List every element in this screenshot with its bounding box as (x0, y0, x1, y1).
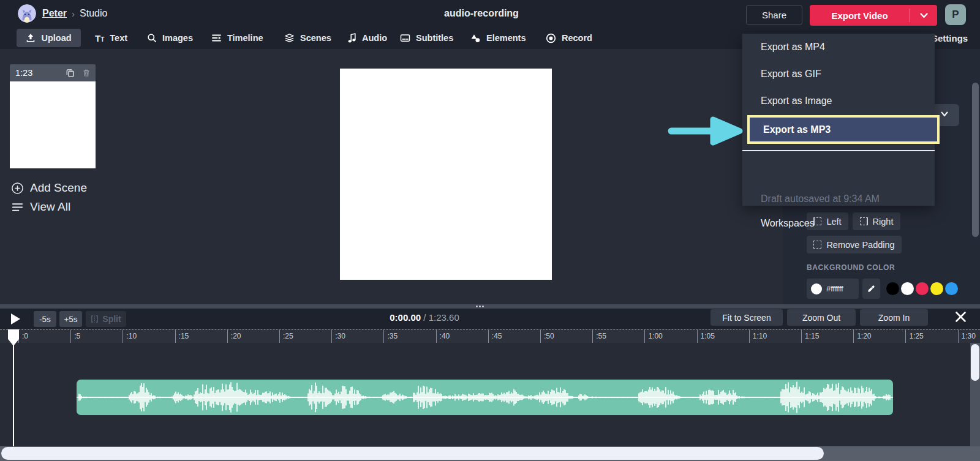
timeline-vertical-scrollbar-thumb[interactable] (971, 344, 979, 381)
chevron-down-icon[interactable] (910, 13, 937, 18)
export-video-button[interactable]: Export Video (810, 5, 937, 26)
menu-item-workspaces[interactable]: Workspaces (761, 214, 815, 233)
video-canvas[interactable] (340, 69, 552, 280)
color-swatch-row (886, 282, 958, 295)
toolbar-item-timeline[interactable]: Timeline (211, 29, 263, 47)
background-color-value-button[interactable]: #ffffff (807, 279, 859, 299)
scene-duration: 1:23 (15, 68, 32, 78)
split-icon (91, 315, 99, 323)
align-left-label: Left (826, 217, 841, 227)
toolbar-item-upload[interactable]: Upload (17, 29, 81, 47)
toolbar-item-label: Scenes (300, 33, 331, 43)
split-button: Split (86, 311, 126, 327)
audio-waveform-clip[interactable] (77, 380, 893, 415)
menu-item-export-image[interactable]: Export as Image (742, 88, 935, 114)
timeline-ruler[interactable]: :0:5:10:15:20:25:30:35:40:45:50:551:001:… (0, 329, 980, 343)
autosave-status: Draft autosaved at 9:34 AM (761, 190, 880, 208)
toolbar-item-label: Elements (486, 33, 526, 43)
toolbar-item-text[interactable]: TT Text (95, 29, 127, 47)
scene-thumbnail-preview[interactable] (10, 81, 96, 168)
toolbar-item-subtitles[interactable]: Subtitles (400, 29, 453, 47)
fit-to-screen-button[interactable]: Fit to Screen (710, 309, 783, 326)
split-label: Split (102, 314, 121, 324)
toolbar-item-scenes[interactable]: Scenes (284, 29, 331, 47)
user-avatar[interactable] (18, 4, 36, 23)
timeline-resize-handle[interactable] (0, 304, 980, 309)
toolbar-item-label: Audio (362, 33, 387, 43)
breadcrumb-separator-icon: › (72, 9, 75, 19)
text-icon: TT (95, 34, 104, 43)
toolbar-item-audio[interactable]: Audio (348, 29, 387, 47)
annotation-arrow-icon (665, 114, 748, 148)
elements-shapes-icon (470, 33, 481, 43)
search-icon (147, 33, 157, 43)
menu-item-export-gif[interactable]: Export as GIF (742, 61, 935, 88)
share-button[interactable]: Share (746, 5, 802, 25)
settings-panel-scrollbar[interactable] (972, 83, 979, 237)
swatch-blue[interactable] (945, 282, 958, 295)
scenes-layers-icon (284, 33, 295, 43)
playhead-line (13, 329, 14, 446)
video-editor-app: Peter › Studio audio-recording Share Exp… (0, 0, 980, 461)
toolbar-item-elements[interactable]: Elements (470, 29, 526, 47)
eyedropper-icon (867, 284, 876, 293)
toolbar-item-label: Timeline (227, 33, 263, 43)
chevron-fragment-icon (941, 111, 948, 118)
view-all-label: View All (30, 200, 70, 214)
view-all-button[interactable]: View All (11, 200, 70, 214)
toolbar-item-label: Subtitles (416, 33, 453, 43)
export-video-label: Export Video (810, 10, 910, 21)
menu-item-export-mp4[interactable]: Export as MP4 (742, 34, 935, 61)
subtitles-icon (400, 33, 410, 43)
eyedropper-button[interactable] (862, 279, 880, 299)
toolbar-item-images[interactable]: Images (147, 29, 193, 47)
add-scene-button[interactable]: Add Scene (11, 181, 87, 195)
add-circle-icon (11, 182, 24, 195)
swatch-black[interactable] (886, 282, 899, 295)
delete-scene-icon[interactable] (82, 68, 91, 78)
align-right-label: Right (873, 217, 894, 227)
record-icon (546, 33, 556, 43)
color-hex-value: #ffffff (826, 284, 843, 293)
breadcrumb-page: Studio (80, 8, 107, 19)
menu-divider (742, 150, 935, 151)
breadcrumb: Peter › Studio (18, 4, 107, 23)
scene-card-header: 1:23 (10, 64, 96, 81)
profile-avatar[interactable]: P (945, 4, 966, 25)
time-separator: / (421, 312, 429, 323)
add-scene-label: Add Scene (30, 181, 87, 195)
top-header: Peter › Studio audio-recording Share Exp… (0, 0, 980, 27)
list-icon (11, 201, 24, 214)
swatch-red[interactable] (916, 282, 929, 295)
align-left-icon (813, 217, 821, 225)
duplicate-scene-icon[interactable] (66, 68, 75, 78)
time-display: 0:00.00 / 1:23.60 (363, 312, 486, 323)
skip-back-button[interactable]: -5s (34, 311, 56, 327)
toolbar-item-record[interactable]: Record (546, 29, 592, 47)
upload-icon (26, 33, 36, 43)
skip-forward-button[interactable]: +5s (59, 311, 82, 327)
breadcrumb-user[interactable]: Peter (42, 8, 67, 19)
play-button[interactable] (11, 313, 20, 324)
current-color-dot (811, 283, 822, 294)
menu-item-export-mp3[interactable]: Export as MP3 (763, 124, 831, 135)
swatch-white[interactable] (901, 282, 914, 295)
zoom-in-button[interactable]: Zoom In (860, 309, 928, 326)
zoom-out-button[interactable]: Zoom Out (787, 309, 856, 326)
total-duration: 1:23.60 (429, 312, 459, 323)
swatch-yellow[interactable] (930, 282, 943, 295)
scene-thumbnail-card[interactable]: 1:23 (10, 64, 96, 168)
close-timeline-icon[interactable] (954, 310, 967, 326)
drag-handle-dots-icon (476, 305, 484, 307)
align-right-button[interactable]: Right (853, 212, 900, 230)
tab-settings[interactable]: Settings (932, 33, 968, 43)
waveform-graphic (77, 380, 893, 415)
timeline-icon (211, 33, 222, 43)
project-title[interactable]: audio-recording (390, 8, 573, 19)
timeline-horizontal-scrollbar-thumb[interactable] (1, 447, 824, 460)
audio-note-icon (348, 33, 356, 43)
remove-padding-button[interactable]: Remove Padding (807, 236, 902, 253)
timeline-track-area (0, 343, 980, 446)
toolbar-item-label: Images (162, 33, 193, 43)
cat-avatar-image (18, 4, 36, 23)
